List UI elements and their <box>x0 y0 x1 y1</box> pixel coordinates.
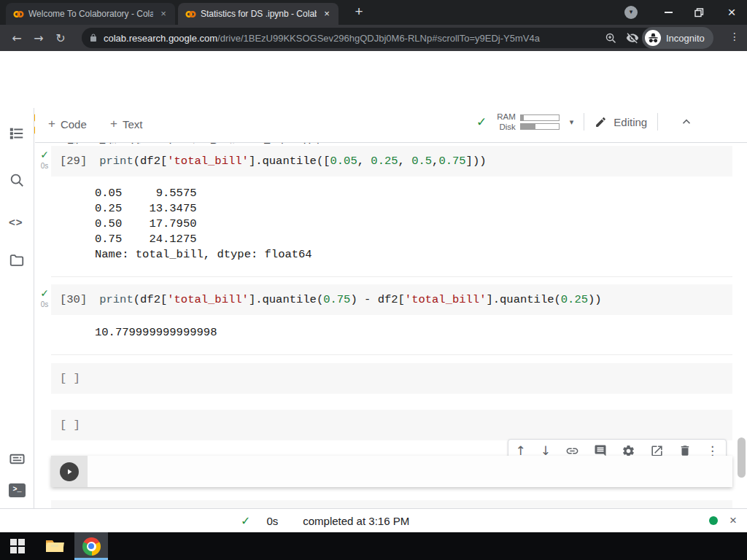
forward-button[interactable]: → <box>28 31 50 45</box>
cell-editor[interactable]: [ ] <box>51 410 732 440</box>
plus-icon: + <box>110 117 117 131</box>
browser-tab-welcome[interactable]: Welcome To Colaboratory - Colab × <box>6 3 175 25</box>
more-cell-actions-icon[interactable]: ⋮ <box>706 445 719 457</box>
cell-output: 10.779999999999998 <box>95 325 217 341</box>
code-token: print <box>99 155 133 168</box>
tab-close-icon[interactable]: × <box>321 8 333 20</box>
output-line: 10.779999999999998 <box>95 325 217 341</box>
window-close-button[interactable]: × <box>716 0 747 25</box>
code-token: ])) <box>466 155 487 168</box>
lock-icon <box>89 33 98 43</box>
disk-meter-fill <box>521 124 535 129</box>
address-bar[interactable]: colab.research.google.com/drive/1BEzU99K… <box>82 28 665 48</box>
terminal-icon[interactable]: >_ <box>9 483 26 497</box>
exec-count: [ ] <box>60 419 80 432</box>
reload-button[interactable]: ↻ <box>50 31 71 45</box>
move-cell-up-button[interactable]: ↑ <box>516 445 526 457</box>
code-token: , <box>398 155 412 168</box>
window-restore-button[interactable] <box>684 0 713 25</box>
divider <box>657 113 658 131</box>
run-cell-button[interactable] <box>60 462 79 481</box>
password-eye-off-icon[interactable] <box>626 31 639 44</box>
connected-check-icon: ✓ <box>476 114 487 130</box>
code-token: 'total_bill' <box>405 293 487 306</box>
disk-meter <box>520 123 560 130</box>
cell-editor[interactable]: [30] print(df2['total_bill'].quantile(0.… <box>51 284 732 315</box>
active-code-cell[interactable] <box>51 456 732 487</box>
code-token: ].quantile([ <box>249 155 330 168</box>
code-token: (df2[ <box>133 293 168 306</box>
cell-editor[interactable]: [29] print(df2['total_bill'].quantile([0… <box>51 146 732 176</box>
code-editor[interactable] <box>88 456 732 487</box>
media-controls-button[interactable]: ▾ <box>620 0 642 25</box>
code-snippets-icon[interactable]: <> <box>9 216 23 228</box>
collapse-toolbar-chevron-up-icon[interactable] <box>680 115 693 128</box>
window-minimize-button[interactable] <box>654 0 683 25</box>
code-token: (df2[ <box>133 155 168 168</box>
code-token: , <box>432 155 438 168</box>
browser-tab-statistics[interactable]: Statistics for DS .ipynb - Colabora × <box>178 3 338 25</box>
code-line[interactable]: print(df2['total_bill'].quantile(0.75) -… <box>99 293 601 306</box>
notebook-toolbar: + Code + Text ✓ RAM Disk ▾ Editing <box>35 108 747 143</box>
code-token: 0.75 <box>323 293 350 306</box>
cell-editor[interactable]: [ ] <box>51 363 732 394</box>
cell-gutter: ✓ 0s <box>38 149 51 170</box>
move-cell-down-button[interactable]: ↓ <box>541 445 551 457</box>
code-token: 0.75 <box>438 155 465 168</box>
close-icon: × <box>727 4 735 20</box>
cell-divider <box>51 354 732 355</box>
minimize-icon <box>665 12 673 13</box>
table-of-contents-icon[interactable] <box>9 125 25 141</box>
resources-caret-icon[interactable]: ▾ <box>570 117 574 127</box>
execution-time: 0s <box>266 515 278 527</box>
add-code-button[interactable]: + Code <box>48 117 87 131</box>
play-icon <box>65 467 74 476</box>
divider <box>584 113 584 131</box>
cell-output: 0.05 9.55750.25 13.34750.50 17.79500.75 … <box>95 186 312 262</box>
chrome-icon <box>82 537 101 556</box>
cell-divider <box>51 276 732 277</box>
files-folder-icon[interactable] <box>9 252 25 268</box>
back-button[interactable]: ← <box>6 31 28 45</box>
add-text-button[interactable]: + Text <box>110 117 142 131</box>
file-explorer-button[interactable] <box>45 538 64 554</box>
chrome-taskbar-button[interactable] <box>74 532 108 560</box>
browser-tabstrip: Welcome To Colaboratory - Colab × Statis… <box>0 0 747 25</box>
dismiss-status-icon[interactable]: × <box>729 513 737 528</box>
command-palette-icon[interactable] <box>9 451 26 467</box>
notebook-scroll-area[interactable]: ✓ 0s [29] print(df2['total_bill'].quanti… <box>35 144 747 508</box>
colab-favicon <box>185 9 196 20</box>
cell-gutter: ✓ 0s <box>38 287 51 308</box>
ram-meter-fill <box>521 115 524 120</box>
new-tab-button[interactable]: + <box>349 1 369 22</box>
code-token: )) <box>588 293 602 306</box>
tab-title: Statistics for DS .ipynb - Colabora <box>201 9 317 19</box>
execution-status-bar: ✓ 0s completed at 3:16 PM × <box>0 508 747 532</box>
search-icon[interactable] <box>9 172 25 188</box>
plus-icon: + <box>48 117 55 131</box>
restore-icon <box>694 8 704 18</box>
resources-area: ✓ RAM Disk ▾ Editing <box>476 112 693 131</box>
incognito-badge: Incognito <box>642 27 713 49</box>
tab-close-icon[interactable]: × <box>158 8 169 20</box>
caret-circle-icon: ▾ <box>624 6 638 19</box>
code-token: ].quantile( <box>486 293 560 306</box>
exec-count: [ ] <box>60 372 80 385</box>
start-button[interactable] <box>10 539 25 553</box>
exec-count: [30] <box>60 293 87 306</box>
output-line: 0.25 13.3475 <box>95 201 312 217</box>
ram-label: RAM <box>497 112 516 121</box>
url-domain: colab.research.google.com <box>104 33 217 44</box>
url-text[interactable]: colab.research.google.com/drive/1BEzU99K… <box>104 33 596 44</box>
output-line: 0.75 24.1275 <box>95 232 312 247</box>
scrollbar-thumb[interactable] <box>738 438 746 478</box>
resource-meters[interactable] <box>520 114 560 130</box>
code-token: , <box>357 155 371 168</box>
browser-menu-icon[interactable]: ⋮ <box>729 31 740 42</box>
colab-header: Statistics for DS .ipynb ☆ FileEditViewI… <box>0 51 747 108</box>
pencil-icon <box>595 116 607 128</box>
code-line[interactable]: print(df2['total_bill'].quantile([0.05, … <box>99 155 486 168</box>
editing-mode-button[interactable]: Editing <box>595 116 647 128</box>
zoom-page-icon[interactable] <box>605 32 617 44</box>
check-icon: ✓ <box>38 149 51 160</box>
